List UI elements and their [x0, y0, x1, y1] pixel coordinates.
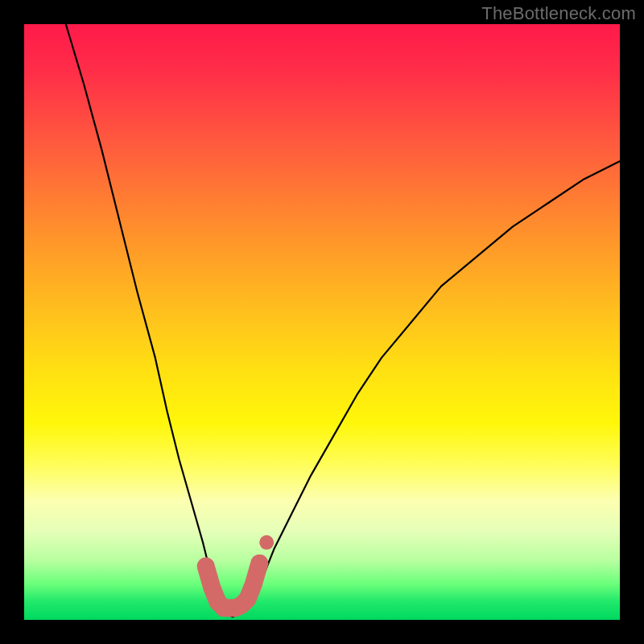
highlight-dot — [259, 535, 274, 550]
bottleneck-curve-path — [66, 24, 620, 617]
watermark-text: TheBottleneck.com — [481, 3, 636, 24]
highlight-band-path — [206, 564, 260, 609]
chart-frame — [24, 24, 620, 620]
chart-svg — [24, 24, 620, 620]
